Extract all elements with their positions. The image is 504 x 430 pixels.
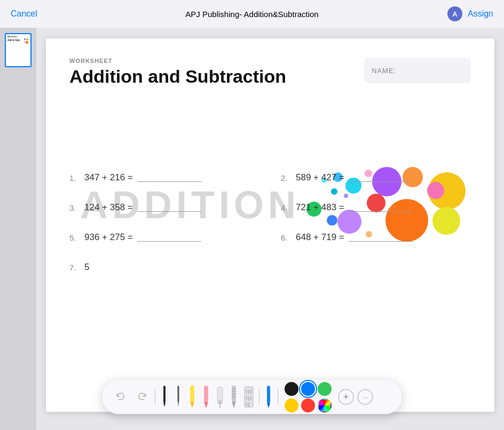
problem-1: 1. 347 + 216 = [69,172,259,183]
svg-rect-6 [204,386,208,402]
problems-grid: 1. 347 + 216 = 2. 589 + 427 = 3. 124 + 3… [69,172,471,273]
color-red[interactable] [301,399,315,412]
problem-3: 3. 124 + 358 = [69,202,259,213]
color-black[interactable] [285,382,298,396]
sidebar: Worksheet Add & Sub [0,28,36,430]
toolbar-divider-1 [155,389,155,405]
svg-rect-11 [232,386,236,402]
add-color-button[interactable]: + [338,389,354,405]
toolbar-divider-2 [259,389,259,405]
svg-rect-26 [267,386,270,403]
drawing-toolbar: + ··· [103,380,401,414]
problem-4: 4. 721 + 483 = [281,202,471,213]
worksheet-page: WORKSHEET Addition and Subtraction NAME:… [46,38,494,412]
svg-marker-3 [178,402,179,407]
svg-rect-4 [190,386,194,402]
color-yellow[interactable] [285,399,298,412]
undo-button[interactable] [111,387,130,407]
document-title: APJ Publishing- Addition&Subtraction [185,10,318,19]
calligraphy-tool[interactable] [228,384,240,410]
toolbar-divider-3 [278,389,278,405]
svg-marker-7 [204,402,208,408]
fineliner-tool[interactable] [172,384,184,410]
color-multicolor[interactable] [318,399,332,412]
more-options-button[interactable]: ··· [357,389,373,405]
assign-button[interactable]: Assign [468,9,493,19]
color-green[interactable] [318,382,332,396]
problem-2: 2. 589 + 427 = [281,172,471,183]
problem-5: 5. 936 + 275 = [69,232,259,243]
problem-7: 7. 5 [69,262,259,273]
blue-pen-tool[interactable] [263,384,274,410]
main-area: Worksheet Add & Sub WORKSHEE [0,28,504,430]
avatar: A [447,6,462,21]
highlighter-yellow-tool[interactable] [186,384,198,410]
worksheet-content: ADDITION [69,172,471,273]
eraser-tool[interactable] [214,384,226,410]
redo-button[interactable] [132,387,152,407]
svg-marker-5 [190,402,194,408]
pen-tool[interactable] [159,384,170,410]
name-field: NAME: [364,58,471,83]
ruler-tool[interactable] [242,384,256,410]
thumbnail-content: Worksheet Add & Sub [6,34,30,43]
problem-6: 6. 648 + 719 = [281,232,471,243]
color-palette [285,382,332,412]
svg-marker-1 [163,403,166,407]
page-thumbnail[interactable]: Worksheet Add & Sub [5,33,32,67]
svg-marker-27 [267,403,270,408]
top-bar: Cancel APJ Publishing- Addition&Subtract… [0,0,504,28]
color-blue[interactable] [301,382,315,396]
cancel-button[interactable]: Cancel [11,9,37,19]
svg-rect-0 [163,386,166,403]
svg-marker-16 [232,402,236,408]
document-area[interactable]: WORKSHEET Addition and Subtraction NAME:… [36,28,504,430]
svg-rect-2 [178,386,179,402]
svg-rect-8 [217,387,223,402]
highlighter-pink-tool[interactable] [200,384,212,410]
top-bar-right: A Assign [447,6,493,21]
